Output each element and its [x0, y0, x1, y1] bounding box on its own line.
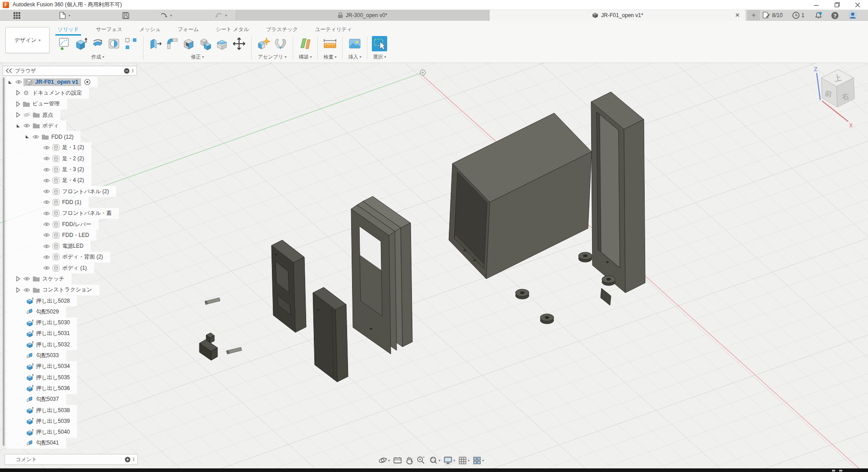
fillet-button[interactable]	[165, 36, 180, 51]
close-tab-icon[interactable]: ✕	[734, 12, 741, 19]
eye-icon[interactable]	[31, 135, 41, 139]
file-menu-icon[interactable]: ▾	[59, 11, 70, 20]
tree-row-body[interactable]: 足・1 (2)	[6, 142, 91, 153]
help-button[interactable]: ?	[831, 10, 839, 20]
shell-button[interactable]	[181, 36, 197, 51]
split-body-button[interactable]	[215, 36, 230, 51]
zoom-button[interactable]	[416, 456, 425, 465]
tab-utilities[interactable]: ユーティリティ	[314, 25, 353, 36]
revolve-button[interactable]	[90, 36, 105, 51]
restore-button[interactable]	[827, 0, 847, 9]
tab-form[interactable]: フォーム	[177, 25, 200, 36]
look-at-button[interactable]	[393, 456, 402, 464]
browser-scrollbar[interactable]	[3, 77, 5, 446]
press-pull-button[interactable]	[148, 36, 163, 51]
doc-tab-jr300[interactable]: JR-300_open v0*	[236, 10, 489, 21]
notifications-button[interactable]	[815, 10, 822, 20]
panel-grip[interactable]: ‖	[132, 68, 134, 73]
eye-icon[interactable]	[41, 255, 51, 259]
tree-row-body[interactable]: FDD/レバー	[6, 219, 99, 230]
expander-collapsed-icon[interactable]	[14, 101, 22, 107]
pan-button[interactable]	[405, 456, 413, 465]
display-settings-button[interactable]: ▾	[443, 456, 455, 464]
tree-row-bodies[interactable]: ボディ	[6, 120, 66, 131]
expander-collapsed-icon[interactable]	[14, 90, 22, 95]
new-component-button[interactable]	[256, 36, 271, 51]
select-dropdown[interactable]: 選択▾	[373, 54, 386, 60]
fit-button[interactable]: ▾	[429, 456, 440, 465]
new-tab-button[interactable]: +	[747, 10, 760, 21]
eye-icon[interactable]	[41, 222, 51, 227]
construction-plane-button[interactable]	[298, 36, 313, 51]
feature-row-extrude[interactable]: 押し出し5039	[6, 416, 77, 427]
eye-icon[interactable]	[41, 168, 51, 172]
remove-panel-icon[interactable]	[124, 68, 130, 74]
tree-row-body[interactable]: 足・3 (2)	[6, 164, 91, 175]
tree-row-body[interactable]: FDD・LED	[6, 230, 96, 241]
tab-sheetmetal[interactable]: シート メタル	[215, 25, 250, 36]
tree-row-body[interactable]: 電源LED	[6, 241, 90, 251]
expander-expanded-icon[interactable]	[6, 80, 14, 85]
minimize-button[interactable]	[806, 0, 827, 9]
tree-row-body[interactable]: ボディ・背面 (2)	[6, 252, 110, 263]
eye-icon[interactable]	[22, 277, 32, 281]
body-front-panel[interactable]	[351, 196, 412, 354]
modify-dropdown[interactable]: 修正▾	[191, 54, 204, 60]
eye-icon[interactable]	[41, 244, 51, 249]
activate-component-radio[interactable]	[84, 79, 90, 85]
feature-row-extrude[interactable]: 押し出し5031	[6, 328, 77, 339]
feature-row-draft[interactable]: 勾配5037	[6, 394, 66, 405]
history-button[interactable]: 1	[792, 10, 805, 20]
joint-button[interactable]	[273, 36, 288, 51]
create-sketch-button[interactable]	[57, 36, 72, 51]
eye-icon[interactable]	[22, 288, 32, 292]
view-cube[interactable]: Z X 上 前 右	[809, 63, 867, 135]
feature-row-extrude[interactable]: 押し出し5028	[6, 295, 77, 306]
app-grid-menu-icon[interactable]	[14, 11, 20, 20]
feature-row-draft[interactable]: 勾配5029	[6, 306, 66, 317]
select-button[interactable]	[372, 36, 387, 51]
expander-collapsed-icon[interactable]	[14, 112, 22, 118]
eye-icon[interactable]	[41, 200, 51, 204]
tree-row-body[interactable]: ボディ (1)	[6, 263, 94, 273]
save-icon[interactable]	[122, 11, 129, 20]
tree-row-body[interactable]: FDD (1)	[6, 197, 89, 208]
feature-row-extrude[interactable]: 押し出し5030	[6, 318, 77, 328]
collapse-browser-icon[interactable]	[6, 68, 12, 73]
add-comment-icon[interactable]	[125, 457, 131, 463]
create-dropdown[interactable]: 作成▾	[91, 54, 104, 60]
user-avatar[interactable]	[848, 10, 857, 20]
pattern-button[interactable]	[123, 36, 139, 51]
expander-expanded-icon[interactable]	[23, 134, 31, 139]
tree-row-folder[interactable]: コンストラクション	[6, 285, 99, 295]
feature-row-draft[interactable]: 勾配5033	[6, 350, 66, 361]
tree-row-body[interactable]: フロントパネル・蓋	[6, 208, 119, 219]
extrude-button[interactable]	[73, 36, 89, 51]
grid-snap-button[interactable]: ▾	[458, 456, 470, 465]
tree-row-doc-settings[interactable]: ⚙ ドキュメントの設定	[6, 87, 89, 98]
redo-icon[interactable]: ▾	[215, 11, 227, 20]
measure-button[interactable]	[322, 36, 338, 51]
orbit-button[interactable]: ▾	[378, 456, 390, 465]
tab-surface[interactable]: サーフェス	[95, 25, 123, 36]
feature-row-extrude[interactable]: 押し出し5034	[6, 361, 77, 372]
close-window-button[interactable]	[847, 0, 868, 9]
tree-row-origin[interactable]: 原点	[6, 109, 60, 120]
workspace-selector[interactable]: デザイン▾	[5, 27, 50, 53]
combine-button[interactable]	[198, 36, 213, 51]
viewports-button[interactable]: ▾	[473, 456, 484, 465]
expander-collapsed-icon[interactable]	[14, 287, 22, 293]
eye-icon[interactable]	[41, 145, 51, 150]
tree-row-folder[interactable]: スケッチ	[6, 273, 72, 284]
tree-row-body[interactable]: 足・2 (2)	[6, 153, 91, 164]
tree-row-body[interactable]: 足・4 (2)	[6, 175, 91, 186]
assemble-dropdown[interactable]: アセンブリ▾	[258, 54, 286, 60]
comment-bar[interactable]: コメント ‖	[5, 454, 138, 465]
eye-icon[interactable]	[14, 80, 23, 84]
eye-icon[interactable]	[41, 178, 51, 183]
tab-mesh[interactable]: メッシュ	[139, 25, 162, 36]
job-status-button[interactable]: 8/10	[763, 10, 782, 20]
feature-row-extrude[interactable]: 押し出し5040	[6, 427, 77, 438]
undo-icon[interactable]: ▾	[160, 11, 172, 20]
eye-icon[interactable]	[41, 266, 51, 270]
